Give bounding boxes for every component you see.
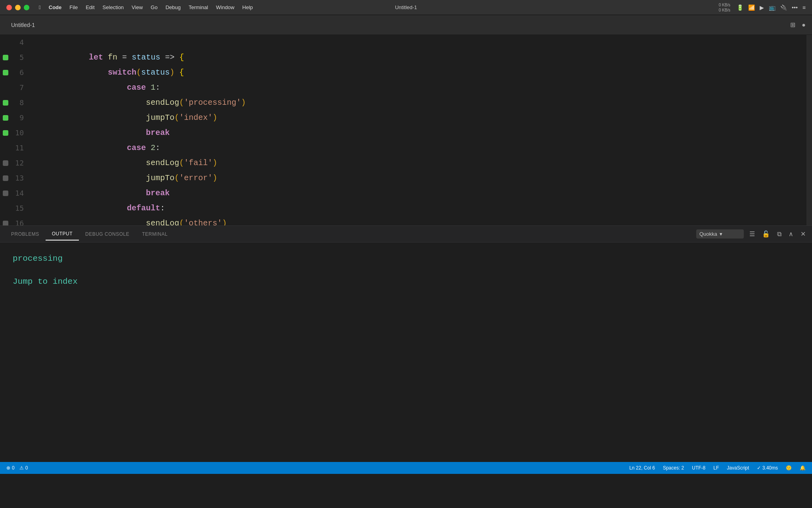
editor-title-actions: ⊞ ● xyxy=(790,21,806,29)
file-encoding[interactable]: UTF-8 xyxy=(692,465,705,471)
tab-debug-console[interactable]: DEBUG CONSOLE xyxy=(79,228,136,240)
warning-icon: ⚠ xyxy=(19,465,24,471)
tab-problems[interactable]: PROBLEMS xyxy=(5,228,46,240)
gutter-9 xyxy=(0,115,11,121)
gutter-5 xyxy=(0,55,11,60)
menu-help[interactable]: Help xyxy=(238,3,257,12)
breakpoint-5[interactable] xyxy=(3,55,8,60)
close-panel-icon[interactable]: ✕ xyxy=(799,229,807,239)
gutter-12 xyxy=(0,160,11,166)
editor-scrollbar[interactable] xyxy=(806,35,812,225)
breakpoint-9[interactable] xyxy=(3,115,8,121)
menu-bar:  Code File Edit Selection View Go Debug… xyxy=(35,3,257,12)
editor-tab-bar: Untitled-1 ⊞ ● xyxy=(0,15,812,35)
menu-window[interactable]: Window xyxy=(212,3,238,12)
panel-output-content: processing Jump to index xyxy=(0,242,812,462)
notification-icon[interactable]: 🔔 xyxy=(800,465,806,471)
code-line-16: 16 sendLog('others') xyxy=(0,216,806,225)
language-mode[interactable]: JavaScript xyxy=(727,465,749,471)
breakpoint-6[interactable] xyxy=(3,70,8,75)
output-source-dropdown[interactable]: Quokka ▾ xyxy=(696,229,744,239)
error-icon: ⊗ xyxy=(6,465,10,471)
menu-selection[interactable]: Selection xyxy=(99,3,128,12)
breakpoint-14[interactable] xyxy=(3,190,8,196)
breakpoint-12[interactable] xyxy=(3,160,8,166)
line-ending[interactable]: LF xyxy=(713,465,719,471)
lock-icon[interactable]: 🔓 xyxy=(760,229,772,239)
error-count[interactable]: ⊗ 0 ⚠ 0 xyxy=(6,465,28,471)
gutter-16 xyxy=(0,221,11,225)
title-bar-right: 0 KB/s 0 KB/s 🔋 📶 ▶ 📺 🔌 ••• ≡ xyxy=(719,2,806,13)
split-editor-icon[interactable]: ⊞ xyxy=(790,21,795,29)
gutter-10 xyxy=(0,130,11,136)
editor-tab[interactable]: Untitled-1 xyxy=(6,19,40,31)
list-filter-icon[interactable]: ☰ xyxy=(748,229,756,239)
menu-go[interactable]: Go xyxy=(147,3,161,12)
tab-output[interactable]: OUTPUT xyxy=(46,228,79,241)
network-down: 0 KB/s xyxy=(719,8,730,13)
minimize-button[interactable] xyxy=(15,5,21,10)
network-stats: 0 KB/s 0 KB/s xyxy=(719,2,730,13)
code-editor[interactable]: 4 5 let fn = status => { 6 switch(status… xyxy=(0,35,806,225)
maximize-button[interactable] xyxy=(24,5,29,10)
chevron-down-icon: ▾ xyxy=(720,231,722,237)
gutter-13 xyxy=(0,175,11,181)
breakpoint-13[interactable] xyxy=(3,175,8,181)
close-button[interactable] xyxy=(6,5,12,10)
list-icon: ≡ xyxy=(802,4,806,11)
gutter-14 xyxy=(0,190,11,196)
output-panel: PROBLEMS OUTPUT DEBUG CONSOLE TERMINAL Q… xyxy=(0,225,812,462)
menu-edit[interactable]: Edit xyxy=(82,3,98,12)
play-icon: ▶ xyxy=(760,4,764,11)
panel-actions: Quokka ▾ ☰ 🔓 ⧉ ∧ ✕ xyxy=(696,229,807,239)
timing-info: ✓ 3.40ms xyxy=(757,465,778,471)
cast-icon: 📺 xyxy=(769,4,776,11)
tab-terminal[interactable]: TERMINAL xyxy=(136,228,174,240)
breakpoint-8[interactable] xyxy=(3,100,8,106)
cursor-position[interactable]: Ln 22, Col 6 xyxy=(629,465,655,471)
wifi-icon: 📶 xyxy=(748,4,755,11)
more-icon: ••• xyxy=(792,4,798,11)
feedback-icon[interactable]: 🙂 xyxy=(786,465,792,471)
gutter-6 xyxy=(0,70,11,75)
battery-icon: 🔋 xyxy=(737,4,743,11)
status-bar-left: ⊗ 0 ⚠ 0 xyxy=(6,465,28,471)
status-bar: ⊗ 0 ⚠ 0 Ln 22, Col 6 Spaces: 2 UTF-8 LF … xyxy=(0,462,812,474)
menu-view[interactable]: View xyxy=(128,3,147,12)
collapse-icon[interactable]: ∧ xyxy=(787,229,795,239)
title-bar:  Code File Edit Selection View Go Debug… xyxy=(0,0,812,15)
gutter-8 xyxy=(0,100,11,106)
system-status-icons: 🔋 📶 ▶ 📺 🔌 ••• ≡ xyxy=(737,4,806,11)
copy-icon[interactable]: ⧉ xyxy=(776,229,783,239)
menu-debug[interactable]: Debug xyxy=(161,3,184,12)
panel-tab-bar: PROBLEMS OUTPUT DEBUG CONSOLE TERMINAL Q… xyxy=(0,226,812,242)
output-line-1: processing xyxy=(13,252,799,266)
menu-apple[interactable]:  xyxy=(35,3,45,12)
menu-file[interactable]: File xyxy=(65,3,82,12)
indent-spaces[interactable]: Spaces: 2 xyxy=(663,465,684,471)
breakpoint-16[interactable] xyxy=(3,221,8,225)
extension-icon: 🔌 xyxy=(780,4,787,11)
window-title: Untitled-1 xyxy=(395,4,417,10)
output-line-2: Jump to index xyxy=(13,275,799,289)
network-up: 0 KB/s xyxy=(719,2,730,8)
editor-area: 4 5 let fn = status => { 6 switch(status… xyxy=(0,35,812,225)
traffic-lights xyxy=(6,5,29,10)
status-bar-right: Ln 22, Col 6 Spaces: 2 UTF-8 LF JavaScri… xyxy=(629,465,806,471)
breakpoint-10[interactable] xyxy=(3,130,8,136)
menu-code[interactable]: Code xyxy=(45,3,66,12)
title-bar-left:  Code File Edit Selection View Go Debug… xyxy=(6,3,257,12)
dot-icon: ● xyxy=(802,21,806,29)
menu-terminal[interactable]: Terminal xyxy=(185,3,212,12)
